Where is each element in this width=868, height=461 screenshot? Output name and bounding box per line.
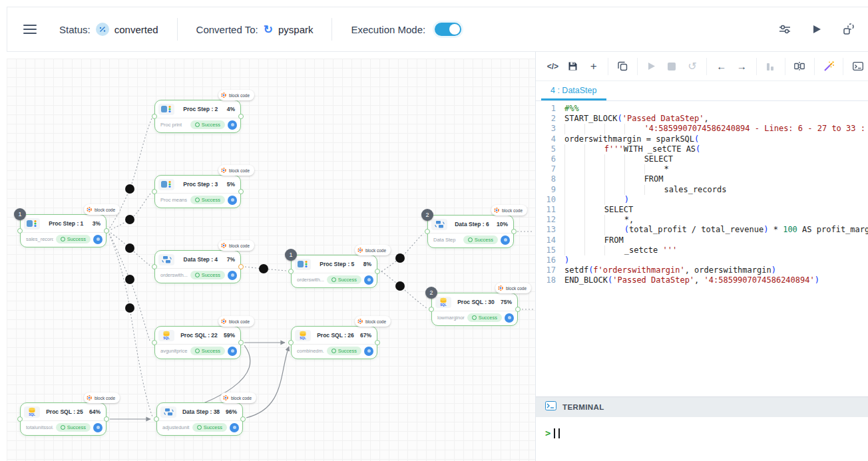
- input-port[interactable]: [152, 340, 157, 345]
- node-proc-sql-25[interactable]: block codeSQLProc SQL : 2564%totalunitss…: [20, 402, 107, 436]
- output-port[interactable]: [238, 340, 244, 345]
- run-icon[interactable]: [643, 58, 660, 75]
- editor-panel: </>+↺←→ 4 : DataStep 1#%%2START_BLOCK('P…: [535, 52, 868, 461]
- stop-icon[interactable]: [664, 58, 680, 75]
- node-percent: 75%: [501, 299, 512, 305]
- block-code-chip[interactable]: block code: [218, 90, 254, 100]
- proc-step-icon: [295, 259, 311, 270]
- output-port[interactable]: [375, 340, 380, 345]
- node-view-button[interactable]: [230, 423, 239, 432]
- node-view-button[interactable]: [228, 271, 237, 280]
- output-port[interactable]: [104, 228, 109, 233]
- line-number: 5: [536, 144, 556, 154]
- code-icon[interactable]: </>: [544, 58, 561, 75]
- input-port[interactable]: [154, 416, 159, 422]
- run-icon[interactable]: [809, 22, 824, 37]
- node-proc-step-3[interactable]: block codeProc Step : 35%Proc meansSucce…: [154, 175, 241, 208]
- divider: [331, 18, 332, 41]
- node-view-button[interactable]: [93, 423, 103, 432]
- output-port[interactable]: [238, 264, 244, 269]
- code-editor[interactable]: 1#%%2START_BLOCK('Passed DataStep',3 '4:…: [536, 101, 868, 396]
- output-port[interactable]: [238, 189, 244, 194]
- menu-icon[interactable]: [23, 25, 37, 34]
- save-icon[interactable]: [565, 58, 582, 75]
- block-code-chip[interactable]: block code: [495, 283, 531, 293]
- execution-group: Execution Mode:: [351, 23, 461, 36]
- magic-wand-icon[interactable]: [821, 58, 837, 75]
- node-view-button[interactable]: [501, 235, 510, 245]
- line-number: 6: [536, 154, 556, 164]
- node-view-button[interactable]: [505, 313, 514, 323]
- input-port[interactable]: [17, 228, 23, 233]
- tab-datastep[interactable]: 4 : DataStep: [541, 82, 606, 100]
- divider: [177, 18, 178, 41]
- proc-step-icon: [158, 104, 174, 115]
- block-code-chip[interactable]: block code: [355, 245, 391, 255]
- input-port[interactable]: [152, 114, 157, 119]
- code-line: 5 f'''WITH _setCTE AS(: [536, 144, 868, 154]
- terminal-body[interactable]: >: [536, 417, 868, 461]
- block-code-chip[interactable]: block code: [218, 165, 254, 176]
- node-proc-step-2[interactable]: block codeProc Step : 24%Proc printSucce…: [154, 100, 241, 133]
- node-title: Proc SQL : 22: [176, 332, 222, 339]
- code-line: 7 *: [536, 164, 868, 174]
- output-port[interactable]: [511, 229, 517, 234]
- output-port[interactable]: [104, 416, 109, 422]
- node-percent: 10%: [497, 221, 508, 228]
- input-port[interactable]: [152, 189, 157, 194]
- output-port[interactable]: [238, 114, 244, 119]
- node-data-step-38[interactable]: block codeData Step : 3896%adjustedunit.…: [156, 402, 243, 436]
- block-code-chip[interactable]: block code: [84, 392, 120, 403]
- block-code-chip[interactable]: block code: [218, 316, 254, 327]
- input-port[interactable]: [288, 269, 294, 274]
- output-port[interactable]: [515, 307, 521, 312]
- output-port[interactable]: [375, 269, 380, 274]
- node-dataset-label: orderswith...: [297, 277, 324, 283]
- node-proc-sql-26[interactable]: block codeSQLProc SQL : 2667%combinedm..…: [291, 326, 377, 359]
- node-proc-sql-30[interactable]: 2block codeSQLProc SQL : 3075%lowmargino…: [431, 293, 518, 326]
- proc-step-icon: [158, 179, 174, 190]
- toolbar-separator: [814, 58, 815, 75]
- copy-icon[interactable]: [614, 58, 631, 75]
- terminal-icon[interactable]: [849, 58, 866, 75]
- node-view-button[interactable]: [228, 347, 237, 356]
- status-group: Status: converted: [59, 23, 158, 36]
- auto-layout-icon[interactable]: [841, 22, 856, 37]
- compare-icon[interactable]: [791, 58, 808, 75]
- input-port[interactable]: [152, 264, 157, 269]
- code-line: 10 ): [536, 195, 868, 205]
- node-proc-sql-22[interactable]: block codeSQLProc SQL : 2259%avgunitpric…: [154, 326, 241, 359]
- node-view-button[interactable]: [364, 347, 373, 356]
- back-icon[interactable]: ←: [713, 58, 730, 75]
- output-port[interactable]: [240, 416, 246, 422]
- node-proc-step-5[interactable]: 1block codeProc Step : 58%orderswith...S…: [291, 255, 377, 288]
- node-view-button[interactable]: [228, 196, 237, 205]
- block-code-chip[interactable]: block code: [355, 316, 391, 327]
- block-code-chip[interactable]: block code: [218, 240, 254, 251]
- add-icon[interactable]: +: [585, 58, 602, 75]
- flow-graph-canvas[interactable]: 1block codeProc Step : 13%sales_recordsS…: [7, 59, 535, 461]
- input-port[interactable]: [288, 340, 294, 345]
- node-view-button[interactable]: [93, 235, 103, 244]
- node-view-button[interactable]: [364, 275, 373, 285]
- execution-mode-toggle[interactable]: [435, 23, 461, 36]
- node-data-step-4[interactable]: block codeData Step : 47%orderswith...Su…: [154, 250, 241, 283]
- block-code-chip[interactable]: block code: [220, 392, 256, 403]
- terminal-header[interactable]: TERMINAL: [536, 396, 868, 417]
- chart-icon[interactable]: [763, 58, 779, 75]
- filter-settings-icon[interactable]: [777, 22, 792, 37]
- input-port[interactable]: [425, 229, 430, 234]
- block-code-chip[interactable]: block code: [491, 205, 527, 216]
- input-port[interactable]: [429, 307, 434, 312]
- node-percent: 5%: [227, 181, 235, 188]
- forward-icon[interactable]: →: [734, 58, 750, 75]
- block-code-label: block code: [229, 168, 250, 173]
- svg-text:SQL: SQL: [29, 413, 35, 416]
- code-line: 18END_BLOCK('Passed DataStep', '4:585990…: [536, 275, 868, 285]
- node-view-button[interactable]: [228, 120, 237, 130]
- block-code-chip[interactable]: block code: [84, 204, 120, 215]
- node-data-step-6[interactable]: 2block codeData Step : 610%Data StepSucc…: [427, 215, 514, 248]
- node-proc-step-1[interactable]: 1block codeProc Step : 13%sales_recordsS…: [20, 214, 107, 247]
- undo-icon[interactable]: ↺: [684, 58, 701, 75]
- input-port[interactable]: [17, 416, 23, 422]
